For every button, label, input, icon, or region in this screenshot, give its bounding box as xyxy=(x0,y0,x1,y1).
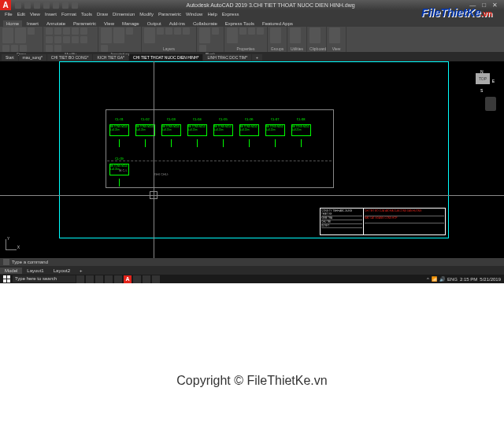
ucs-icon[interactable]: Y X xyxy=(4,236,20,252)
tray-time[interactable]: 2:15 PM xyxy=(460,277,477,282)
move-button[interactable] xyxy=(46,28,53,35)
qat-plot-icon[interactable] xyxy=(53,2,59,9)
qat-save-icon[interactable] xyxy=(34,2,40,9)
tab-featured[interactable]: Featured Apps xyxy=(259,20,296,27)
menu-help[interactable]: Help xyxy=(207,12,217,17)
viewcube-s[interactable]: S xyxy=(480,88,483,93)
group-button[interactable] xyxy=(270,28,281,43)
tray-network-icon[interactable]: 📶 xyxy=(432,276,437,282)
autocad-taskbar-icon[interactable]: A xyxy=(124,275,132,283)
measure-button[interactable] xyxy=(290,28,301,43)
task-view-icon[interactable] xyxy=(76,275,84,283)
file-tab-start[interactable]: Start xyxy=(2,54,18,61)
color-dropdown[interactable] xyxy=(239,28,246,35)
app-logo[interactable]: A xyxy=(0,0,11,10)
menu-insert[interactable]: Insert xyxy=(45,12,57,17)
linetype-dropdown[interactable] xyxy=(257,28,264,35)
menu-dimension[interactable]: Dimension xyxy=(113,12,135,17)
store-icon[interactable] xyxy=(105,275,113,283)
tab-model[interactable]: Model xyxy=(0,268,22,274)
match-properties-button[interactable] xyxy=(227,28,238,43)
app-icon[interactable] xyxy=(143,275,150,283)
file-tab-3[interactable]: KICH TIET GA* xyxy=(93,54,128,61)
menu-file[interactable]: File xyxy=(5,12,13,17)
menu-window[interactable]: Window xyxy=(186,12,202,17)
explode-button[interactable] xyxy=(54,45,61,52)
rect-button[interactable] xyxy=(11,45,18,52)
tab-home[interactable]: Home xyxy=(3,20,22,27)
qat-undo-icon[interactable] xyxy=(62,2,69,9)
menu-modify[interactable]: Modify xyxy=(139,12,154,17)
fillet-button[interactable] xyxy=(63,36,70,43)
scale-button[interactable] xyxy=(46,36,53,43)
tab-addins[interactable]: Add-ins xyxy=(166,20,188,27)
lineweight-dropdown[interactable] xyxy=(248,28,255,35)
base-view-button[interactable] xyxy=(329,28,340,43)
tab-layout1[interactable]: Layout1 xyxy=(22,268,48,274)
tray-lang[interactable]: ENG xyxy=(447,277,458,282)
tab-layout2[interactable]: Layout2 xyxy=(49,268,75,274)
navigation-bar[interactable] xyxy=(485,97,496,111)
file-tab-1[interactable]: mau_song* xyxy=(19,54,46,61)
tab-output[interactable]: Output xyxy=(144,20,165,27)
paste-button[interactable] xyxy=(309,28,321,43)
viewcube-n[interactable]: N xyxy=(480,69,484,74)
leader-button[interactable] xyxy=(126,28,133,35)
menu-view[interactable]: View xyxy=(30,12,40,17)
file-tab-4[interactable]: CHI TIET THOAT NUOC DIEN HINH* xyxy=(129,54,202,61)
tab-collaborate[interactable]: Collaborate xyxy=(190,20,220,27)
menu-tools[interactable]: Tools xyxy=(81,12,92,17)
rotate-button[interactable] xyxy=(72,28,79,35)
trim-button[interactable] xyxy=(54,36,61,43)
menu-edit[interactable]: Edit xyxy=(17,12,25,17)
tab-express[interactable]: Express Tools xyxy=(222,20,258,27)
hatch-button[interactable] xyxy=(20,45,27,52)
arc-button[interactable] xyxy=(2,45,9,52)
viewcube[interactable]: N TOP S E xyxy=(471,69,495,93)
text-button[interactable] xyxy=(101,28,112,43)
mirror-button[interactable] xyxy=(80,28,87,35)
start-button[interactable] xyxy=(2,275,10,283)
qat-new-icon[interactable] xyxy=(15,2,21,9)
edge-icon[interactable] xyxy=(95,275,103,283)
line-button[interactable] xyxy=(2,28,13,43)
command-line[interactable]: Type a command xyxy=(0,258,504,266)
tray-volume-icon[interactable]: 🔊 xyxy=(439,276,445,282)
file-tab-5[interactable]: LINH TRAC DOC TIM* xyxy=(203,54,251,61)
layer-freeze-button[interactable] xyxy=(165,28,172,35)
file-tab-add[interactable]: + xyxy=(252,54,262,61)
offset-button[interactable] xyxy=(80,36,87,43)
layer-lock-button[interactable] xyxy=(174,28,181,35)
app-icon[interactable] xyxy=(152,275,160,283)
taskbar-search[interactable]: Type here to search xyxy=(13,275,76,282)
insert-block-button[interactable] xyxy=(199,28,210,43)
erase-button[interactable] xyxy=(46,45,53,52)
layer-match-button[interactable] xyxy=(183,28,190,35)
polyline-button[interactable] xyxy=(15,28,26,43)
tab-insert[interactable]: Insert xyxy=(24,20,42,27)
dimension-button[interactable] xyxy=(113,28,124,43)
explorer-icon[interactable] xyxy=(86,275,94,283)
stretch-button[interactable] xyxy=(63,28,70,35)
array-button[interactable] xyxy=(72,36,79,43)
edit-block-button[interactable] xyxy=(199,45,206,52)
file-tab-2[interactable]: CHI TIET BO CONG* xyxy=(47,54,93,61)
create-block-button[interactable] xyxy=(212,28,219,35)
layer-off-button[interactable] xyxy=(157,28,164,35)
app-icon[interactable] xyxy=(133,275,141,283)
drawing-canvas[interactable]: CL:01BE TONG M250 L=0.25m CL:02BE TONG M… xyxy=(0,61,504,258)
copy-button[interactable] xyxy=(54,28,61,35)
close-button[interactable]: ✕ xyxy=(492,2,498,9)
menu-format[interactable]: Format xyxy=(61,12,76,17)
qat-redo-icon[interactable] xyxy=(72,2,78,9)
tray-chevron-icon[interactable]: ^ xyxy=(427,277,429,282)
layer-properties-button[interactable] xyxy=(144,28,155,43)
tab-layout-add[interactable]: + xyxy=(75,268,87,274)
mail-icon[interactable] xyxy=(114,275,122,283)
tab-parametric[interactable]: Parametric xyxy=(70,20,99,27)
viewcube-face[interactable]: TOP xyxy=(476,73,490,84)
tab-manage[interactable]: Manage xyxy=(119,20,143,27)
menu-parametric[interactable]: Parametric xyxy=(158,12,181,17)
viewcube-e[interactable]: E xyxy=(492,79,495,83)
tab-view[interactable]: View xyxy=(101,20,117,27)
